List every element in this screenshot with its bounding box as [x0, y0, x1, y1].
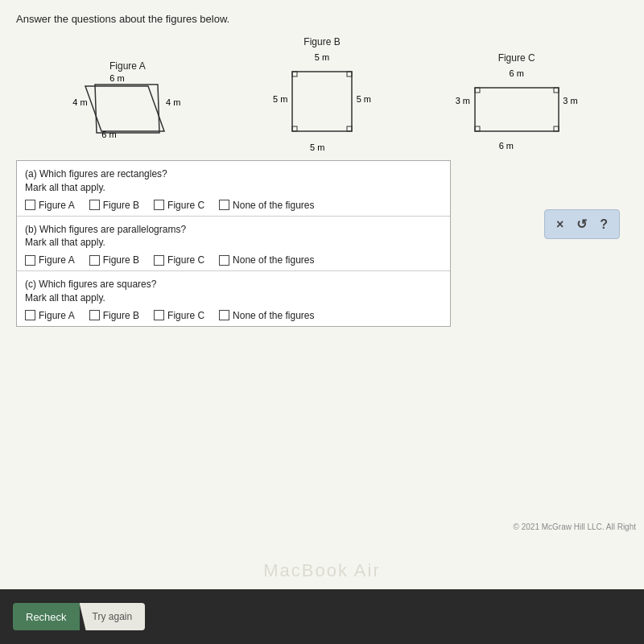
qb-checkbox-figa[interactable] — [25, 255, 35, 266]
qc-label-none: None of the figures — [233, 310, 314, 321]
qa-checkbox-figa[interactable] — [25, 200, 35, 210]
fig-c-top-dim: 6 m — [509, 68, 523, 78]
qc-label-figa: Figure A — [39, 310, 75, 321]
qb-checkbox-figb[interactable] — [89, 255, 100, 266]
close-button[interactable]: × — [556, 217, 564, 232]
qc-label-figc: Figure C — [167, 310, 204, 321]
svg-rect-7 — [475, 88, 559, 131]
qb-option-none[interactable]: None of the figures — [219, 254, 314, 266]
question-a-row: (a) Which figures are rectangles?Mark al… — [17, 161, 450, 217]
svg-rect-6 — [347, 126, 352, 131]
qb-label-figa: Figure A — [39, 254, 75, 266]
qb-option-figc[interactable]: Figure C — [154, 254, 204, 266]
recheck-button[interactable]: Recheck — [13, 603, 80, 630]
fig-a-left-label: 4 m — [72, 97, 87, 107]
qc-checkbox-figc[interactable] — [154, 310, 164, 320]
fig-b-right-label: 5 m — [357, 94, 371, 104]
fig-b-left-label: 5 m — [273, 94, 287, 104]
question-b-options: Figure A Figure B Figure C None of the f… — [25, 254, 442, 266]
qb-option-figa[interactable]: Figure A — [25, 254, 75, 266]
svg-rect-11 — [554, 126, 559, 131]
qa-checkbox-none[interactable] — [219, 200, 229, 210]
fig-a-top-label: 6 m — [109, 73, 124, 83]
qa-option-figc[interactable]: Figure C — [154, 200, 204, 211]
qc-checkbox-figa[interactable] — [25, 310, 35, 320]
figure-b-shape — [286, 65, 358, 138]
svg-rect-8 — [475, 88, 480, 93]
svg-rect-9 — [554, 88, 559, 93]
figure-c-container: Figure C 6 m 3 m 3 m 6 m — [469, 52, 565, 141]
fig-a-right-label: 4 m — [166, 97, 180, 107]
figure-c-label: Figure C — [498, 52, 535, 64]
figure-a-wrap: 6 m 6 m 4 m 4 m — [79, 76, 175, 141]
qa-label-figa: Figure A — [39, 200, 75, 211]
main-content: Answer the questions about the figures b… — [0, 0, 644, 589]
svg-rect-5 — [292, 126, 297, 131]
qa-checkbox-figb[interactable] — [89, 200, 100, 210]
qb-label-figc: Figure C — [167, 254, 204, 266]
figure-b-wrap: 5 m 5 m 5 m — [286, 65, 358, 141]
qb-option-figb[interactable]: Figure B — [89, 254, 139, 266]
questions-side-wrap: (a) Which figures are rectangles?Mark al… — [16, 160, 628, 335]
fig-b-top-dim: 5 m — [315, 52, 329, 62]
instruction-text: Answer the questions about the figures b… — [16, 13, 628, 25]
qb-label-none: None of the figures — [233, 254, 314, 266]
undo-button[interactable]: ↺ — [576, 217, 587, 232]
question-b-row: (b) Which figures are parallelograms?Mar… — [17, 217, 450, 272]
copyright-text: © 2021 McGraw Hill LLC. All Right — [514, 522, 636, 531]
qa-option-figb[interactable]: Figure B — [89, 200, 139, 211]
qa-label-figb: Figure B — [103, 200, 139, 211]
fig-a-bottom-label: 6 m — [101, 130, 116, 139]
help-button[interactable]: ? — [600, 217, 608, 232]
try-again-button[interactable]: Try again — [80, 603, 146, 630]
figure-b-container: Figure B 5 m 5 m 5 m 5 m — [286, 36, 358, 141]
figure-a-label: Figure A — [109, 60, 146, 72]
qa-label-none: None of the figures — [233, 200, 314, 211]
qc-option-figb[interactable]: Figure B — [89, 310, 139, 321]
qc-option-figc[interactable]: Figure C — [154, 310, 204, 321]
qc-checkbox-figb[interactable] — [89, 310, 100, 320]
fig-b-bottom-label: 5 m — [310, 142, 324, 152]
qa-checkbox-figc[interactable] — [154, 200, 164, 210]
qa-option-figa[interactable]: Figure A — [25, 200, 75, 211]
svg-marker-1 — [85, 86, 164, 131]
svg-rect-2 — [292, 72, 352, 131]
qb-checkbox-figc[interactable] — [154, 255, 164, 266]
svg-rect-4 — [347, 72, 352, 76]
qc-label-figb: Figure B — [103, 310, 139, 321]
figure-a-container: Figure A 6 m 6 m 4 m 4 m — [79, 60, 175, 141]
qb-checkbox-none[interactable] — [219, 255, 229, 266]
question-a-options: Figure A Figure B Figure C None of the f… — [25, 200, 442, 211]
figure-b-label: Figure B — [303, 36, 340, 47]
svg-rect-10 — [475, 126, 480, 131]
figures-area: Figure A 6 m 6 m 4 m 4 m Figure B 5 m — [16, 36, 628, 141]
question-c-text: (c) Which figures are squares?Mark all t… — [25, 278, 442, 305]
figure-c-shape — [469, 81, 565, 138]
question-c-row: (c) Which figures are squares?Mark all t… — [17, 271, 450, 326]
question-c-options: Figure A Figure B Figure C None of the f… — [25, 310, 442, 321]
qb-label-figb: Figure B — [103, 254, 139, 266]
qc-checkbox-none[interactable] — [219, 310, 229, 320]
questions-box: (a) Which figures are rectangles?Mark al… — [16, 160, 451, 327]
qc-option-none[interactable]: None of the figures — [219, 310, 314, 321]
svg-rect-3 — [292, 72, 297, 76]
side-buttons-panel: × ↺ ? — [544, 209, 620, 239]
figure-c-wrap: 3 m 3 m 6 m — [469, 81, 565, 141]
question-a-text: (a) Which figures are rectangles?Mark al… — [25, 167, 442, 195]
qc-option-figa[interactable]: Figure A — [25, 310, 75, 321]
watermark-text: MacBook Air — [263, 560, 381, 581]
qa-option-none[interactable]: None of the figures — [219, 200, 314, 211]
fig-c-right-label: 3 m — [563, 96, 577, 105]
figure-a-shape — [79, 76, 175, 141]
question-b-text: (b) Which figures are parallelograms?Mar… — [25, 223, 442, 250]
fig-c-left-label: 3 m — [456, 96, 470, 105]
fig-c-bottom-label: 6 m — [499, 141, 514, 151]
bottom-bar: Recheck Try again — [0, 589, 644, 644]
qa-label-figc: Figure C — [167, 200, 204, 211]
